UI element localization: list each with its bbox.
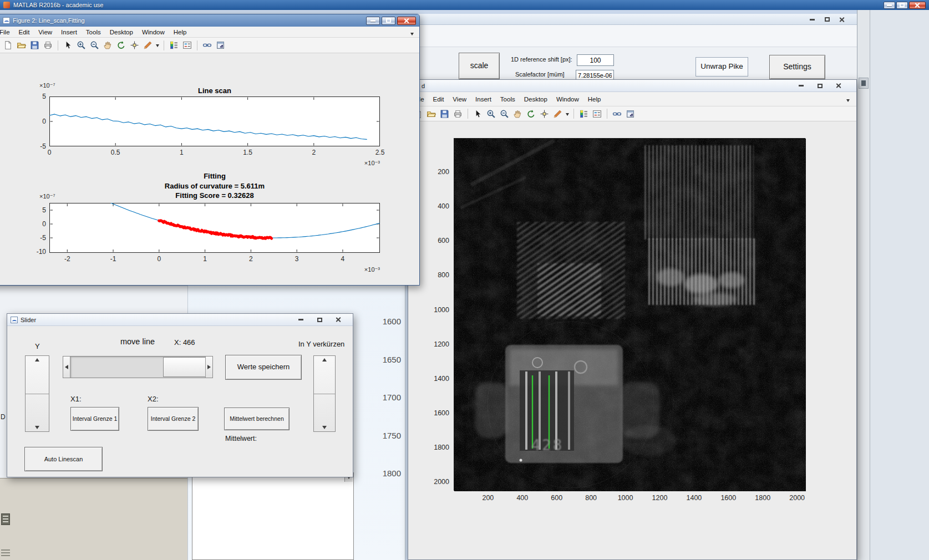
menu-item-window[interactable]: Window	[138, 27, 169, 37]
menu-item-tools[interactable]: Tools	[82, 27, 105, 37]
pan-hand-button[interactable]	[512, 109, 523, 119]
close-button[interactable]	[832, 82, 845, 90]
background-close-button[interactable]	[835, 15, 849, 24]
auto-linescan-button[interactable]: Auto Linescan	[24, 447, 103, 471]
menu-item-view[interactable]: View	[34, 27, 57, 37]
pan-hand-button[interactable]	[103, 40, 113, 50]
y-slider-left[interactable]	[25, 355, 49, 432]
slider-thumb[interactable]	[163, 357, 207, 377]
image-x-tick-label: 600	[546, 494, 568, 502]
menu-item-edit[interactable]: Edit	[429, 94, 449, 104]
minimize-button[interactable]	[794, 82, 808, 90]
slider-up-button[interactable]	[314, 356, 335, 394]
slider-titlebar[interactable]: Slider	[7, 314, 353, 326]
interval-limit1-button[interactable]: Interval Grenze 1	[70, 407, 119, 431]
menu-item-window[interactable]: Window	[552, 94, 583, 104]
save-values-button[interactable]: Werte speichern	[225, 355, 302, 380]
zoom-in-button[interactable]	[76, 40, 87, 50]
menu-item-insert[interactable]: Insert	[57, 27, 82, 37]
new-document-button[interactable]	[3, 40, 13, 50]
menu-item-insert[interactable]: Insert	[471, 94, 496, 104]
docked-panel-button[interactable]	[859, 78, 869, 89]
settings-button[interactable]: Settings	[769, 55, 825, 79]
print-button[interactable]	[43, 40, 53, 50]
dock-figure-button[interactable]	[625, 109, 636, 119]
background-minimize-button[interactable]	[805, 15, 819, 24]
zoom-in-button[interactable]	[486, 109, 496, 119]
background-listbox[interactable]	[192, 472, 354, 560]
window-title: d	[422, 83, 425, 89]
move-line-slider[interactable]	[63, 356, 213, 378]
minimize-button[interactable]	[884, 2, 895, 9]
shorten-y-label: In Y verkürzen	[298, 340, 344, 348]
document-icon[interactable]	[1, 513, 10, 525]
slider-up-button[interactable]	[26, 356, 49, 394]
slider-down-button[interactable]	[26, 394, 49, 432]
menu-item-view[interactable]: View	[448, 94, 471, 104]
menu-item-file[interactable]: File	[0, 27, 14, 37]
menu-item-desktop[interactable]: Desktop	[520, 94, 552, 104]
close-button[interactable]	[397, 17, 416, 25]
menu-item-edit[interactable]: Edit	[14, 27, 34, 37]
menu-overflow-caret[interactable]	[410, 33, 414, 37]
insert-colorbar-button[interactable]	[578, 109, 589, 119]
data-cursor-button[interactable]	[539, 109, 550, 119]
fitting-plot[interactable]	[49, 203, 380, 253]
brush-dropdown-caret[interactable]	[156, 44, 159, 49]
matlab-main-titlebar[interactable]: MATLAB R2016b - academic use	[0, 0, 929, 10]
menu-item-tools[interactable]: Tools	[496, 94, 520, 104]
y-slider-right[interactable]	[313, 355, 336, 432]
right-figure-titlebar[interactable]: d	[408, 80, 856, 92]
slider-down-button[interactable]	[314, 394, 335, 432]
rotate-3d-button[interactable]	[526, 109, 536, 119]
close-button[interactable]	[909, 2, 926, 9]
background-bottom-left-pane	[0, 478, 187, 560]
unwrap-pike-button[interactable]: Unwrap Pike	[696, 57, 748, 77]
ref-shift-input[interactable]	[577, 54, 614, 66]
figure2-menubar: FileEditViewInsertToolsDesktopWindowHelp	[0, 27, 419, 38]
minimize-button[interactable]	[366, 17, 380, 25]
cursor-arrow-button[interactable]	[473, 109, 483, 119]
dock-figure-button[interactable]	[215, 40, 226, 50]
fringe-pattern-top-right	[643, 145, 755, 306]
menu-item-help[interactable]: Help	[169, 27, 191, 37]
interval-limit2-button[interactable]: Interval Grenze 2	[148, 407, 199, 431]
zoom-out-button[interactable]	[89, 40, 100, 50]
minimize-button[interactable]	[294, 315, 307, 324]
print-button[interactable]	[453, 109, 463, 119]
link-plots-button[interactable]	[612, 109, 622, 119]
restore-button[interactable]	[896, 2, 908, 9]
zoom-out-button[interactable]	[499, 109, 510, 119]
insert-legend-button[interactable]	[592, 109, 602, 119]
cursor-arrow-button[interactable]	[63, 40, 73, 50]
open-folder-button[interactable]	[16, 40, 27, 50]
maximize-button[interactable]	[813, 82, 826, 90]
grip-icon[interactable]	[1, 548, 10, 557]
link-plots-button[interactable]	[202, 40, 212, 50]
hologram-image[interactable]: 428	[454, 139, 806, 491]
maximize-button[interactable]	[382, 17, 395, 25]
maximize-button[interactable]	[313, 315, 326, 324]
scale-button[interactable]: scale	[459, 53, 500, 79]
menu-item-desktop[interactable]: Desktop	[105, 27, 138, 37]
figure2-titlebar[interactable]: Figure 2: Line_scan,Fitting	[0, 14, 419, 27]
slider-left-arrow[interactable]	[63, 357, 70, 378]
background-fragment-letter: D	[1, 413, 6, 421]
menu-overflow-caret[interactable]	[846, 99, 850, 104]
calculate-mean-button[interactable]: Mittelwert berechnen	[224, 408, 290, 430]
line-scan-plot[interactable]	[49, 96, 380, 146]
brush-dropdown-caret[interactable]	[566, 113, 569, 118]
data-cursor-button[interactable]	[129, 40, 140, 50]
save-button[interactable]	[29, 40, 40, 50]
insert-legend-button[interactable]	[182, 40, 192, 50]
open-folder-button[interactable]	[426, 109, 436, 119]
insert-colorbar-button[interactable]	[169, 40, 179, 50]
brush-button[interactable]	[552, 109, 563, 119]
slider-right-arrow[interactable]	[205, 357, 212, 378]
rotate-3d-button[interactable]	[116, 40, 126, 50]
background-maximize-button[interactable]	[820, 15, 834, 24]
save-button[interactable]	[439, 109, 450, 119]
brush-button[interactable]	[143, 40, 153, 50]
close-button[interactable]	[332, 315, 345, 324]
menu-item-help[interactable]: Help	[583, 94, 606, 104]
